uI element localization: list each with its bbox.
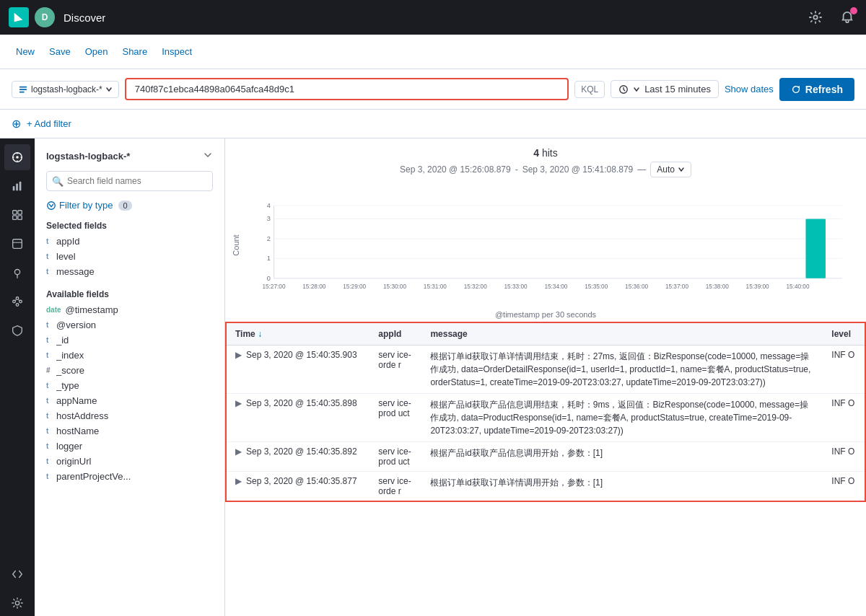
appid-cell: serv ice-orde r [369,346,421,394]
field-name: _index [56,350,84,361]
notifications-icon[interactable] [837,7,857,27]
time-cell: ▶Sep 3, 2020 @ 15:40:35.903 [226,346,369,394]
filter-by-type-button[interactable]: Filter by type [46,200,113,211]
svg-text:15:39:00: 15:39:00 [746,283,769,290]
col-appid[interactable]: appId [369,322,421,346]
appid-cell: serv ice-prod uct [369,394,421,442]
histogram-chart[interactable]: 0 1 2 3 4 15:27:00 15:28:00 1 [254,180,849,310]
query-bar: logstash-logback-* KQL Last 15 minutes S… [0,69,866,110]
available-field-item[interactable]: t_index [35,348,224,363]
field-type-badge: t [46,397,52,405]
expand-row-icon[interactable]: ▶ [235,398,242,408]
add-filter-button[interactable]: + Add filter [27,118,71,129]
open-button[interactable]: Open [81,43,113,60]
nav-settings-icon[interactable] [4,590,30,616]
nav-dashboard-icon[interactable] [4,202,30,228]
sidebar-collapse-button[interactable] [203,150,213,162]
nav-visualize-icon[interactable] [4,173,30,199]
svg-line-26 [19,299,19,301]
field-type-badge: date [46,306,61,314]
refresh-button[interactable]: Refresh [779,78,854,101]
message-cell: 根据订单id获取订单详情调用开始，参数：[1] [421,472,823,502]
svg-point-28 [48,201,56,209]
share-button[interactable]: Share [118,43,152,60]
show-dates-button[interactable]: Show dates [725,84,774,94]
col-time[interactable]: Time ↓ [226,322,369,346]
expand-row-icon[interactable]: ▶ [235,476,242,486]
available-field-item[interactable]: t_type [35,378,224,393]
svg-text:15:34:00: 15:34:00 [544,283,567,290]
user-avatar[interactable]: D [35,7,55,27]
inspect-button[interactable]: Inspect [157,43,196,60]
field-type-badge: t [46,442,52,450]
date-range: Sep 3, 2020 @ 15:26:08.879 - Sep 3, 2020… [225,162,866,177]
nav-maps-icon[interactable] [4,260,30,286]
field-type-badge: t [46,268,52,276]
svg-rect-1 [19,86,27,87]
selected-field-item[interactable]: tappId [35,234,224,249]
selected-field-item[interactable]: tmessage [35,264,224,279]
nav-security-icon[interactable] [4,317,30,343]
svg-text:15:37:00: 15:37:00 [665,283,688,290]
field-name: originUrl [56,456,91,467]
time-cell: ▶Sep 3, 2020 @ 15:40:35.877 [226,472,369,502]
available-field-item[interactable]: t@version [35,317,224,333]
available-field-item[interactable]: t_id [35,333,224,348]
svg-text:15:35:00: 15:35:00 [585,283,608,290]
field-type-badge: t [46,321,52,329]
available-field-item[interactable]: tlogger [35,439,224,454]
svg-rect-2 [19,89,27,90]
available-field-item[interactable]: thostName [35,423,224,439]
time-picker[interactable]: Last 15 minutes [611,80,719,98]
table-row: ▶Sep 3, 2020 @ 15:40:35.903 serv ice-ord… [226,346,865,394]
svg-line-25 [15,299,16,301]
new-button[interactable]: New [12,43,39,60]
save-button[interactable]: Save [45,43,75,60]
sidebar: logstash-logback-* 🔍 [35,138,225,616]
field-name: hostName [56,426,99,436]
message-cell: 根据订单id获取订单详情调用结束，耗时：27ms, 返回值：BizRespons… [421,346,823,394]
svg-text:15:30:00: 15:30:00 [383,283,406,290]
kql-toggle[interactable]: KQL [574,81,605,98]
filter-bar: ⊕ + Add filter [0,110,866,138]
sidebar-index-name: logstash-logback-* [35,144,224,168]
nav-canvas-icon[interactable] [4,231,30,257]
available-field-item[interactable]: tparentProjectVe... [35,469,224,484]
refresh-label: Refresh [805,84,843,95]
expand-row-icon[interactable]: ▶ [235,350,242,360]
nav-devtools-icon[interactable] [4,561,30,587]
auto-interval-select[interactable]: Auto [650,162,691,177]
level-cell: INF O [823,346,865,394]
available-field-item[interactable]: #_score [35,363,224,378]
svg-rect-18 [13,239,22,249]
search-field-input[interactable] [46,171,213,191]
left-nav [0,138,35,616]
settings-icon[interactable] [805,7,826,27]
available-field-item[interactable]: date@timestamp [35,302,224,317]
query-input[interactable] [125,78,569,100]
selected-field-item[interactable]: tlevel [35,249,224,264]
available-field-item[interactable]: toriginUrl [35,454,224,469]
nav-discover-icon[interactable] [4,144,30,170]
svg-point-6 [16,156,19,159]
table-section: Time ↓ appId message level ▶Sep 3, 2020 … [225,322,866,502]
body-wrap: logstash-logback-* 🔍 [0,138,866,616]
field-type-badge: t [46,336,52,344]
filter-type-row: Filter by type 0 [35,197,224,216]
svg-rect-16 [13,216,17,219]
field-type-badge: t [46,351,52,359]
filter-icon[interactable]: ⊕ [12,117,21,131]
available-field-item[interactable]: thostAddress [35,408,224,423]
expand-row-icon[interactable]: ▶ [235,446,242,457]
col-level[interactable]: level [823,322,865,346]
nav-ml-icon[interactable] [4,289,30,314]
available-field-item[interactable]: tappName [35,393,224,408]
svg-text:0: 0 [267,275,271,282]
top-nav: D Discover [0,0,866,35]
svg-text:15:38:00: 15:38:00 [706,283,729,290]
col-message[interactable]: message [421,322,823,346]
notification-badge [850,7,857,14]
time-cell: ▶Sep 3, 2020 @ 15:40:35.898 [226,394,369,442]
index-selector[interactable]: logstash-logback-* [12,81,119,98]
svg-text:4: 4 [267,202,271,209]
